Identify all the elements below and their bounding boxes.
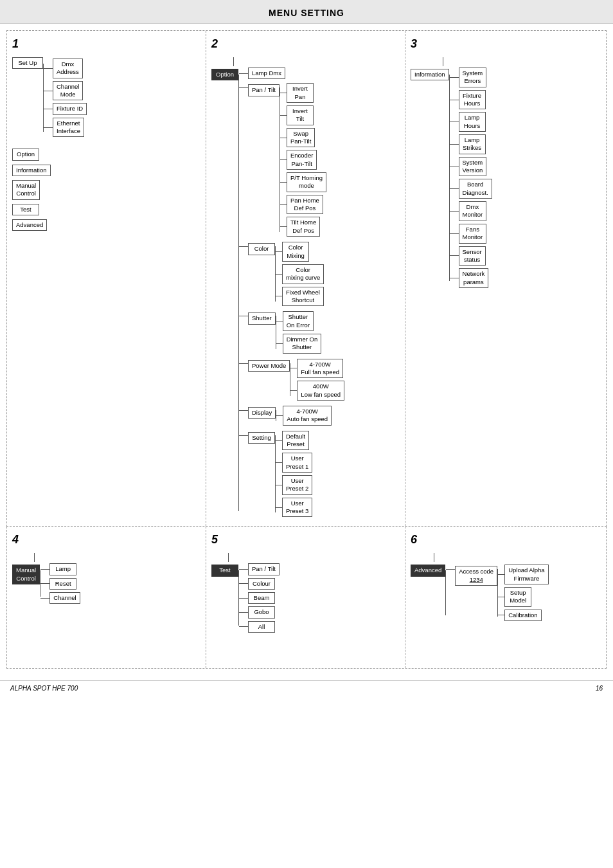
low-fan-node[interactable]: 400WLow fan speed bbox=[297, 381, 344, 401]
default-preset-node[interactable]: DefaultPreset bbox=[282, 431, 309, 451]
swap-node[interactable]: SwapPan-Tilt bbox=[287, 128, 315, 148]
user-preset3-node[interactable]: UserPreset 3 bbox=[282, 498, 312, 518]
s6-tree: Advanced Access code1234 bbox=[411, 562, 600, 624]
lamp-node-s4[interactable]: Lamp bbox=[49, 563, 76, 575]
fixed-wheel-node[interactable]: Fixed WheelShortcut bbox=[282, 287, 324, 307]
all-node-s5[interactable]: All bbox=[248, 621, 275, 633]
calibration-node[interactable]: Calibration bbox=[504, 610, 541, 621]
channel-node-s4[interactable]: Channel bbox=[49, 592, 80, 604]
auto-fan-row: 4-700WAuto fan speed bbox=[276, 406, 332, 426]
test-root-s5[interactable]: Test bbox=[211, 565, 238, 576]
user-preset1-node[interactable]: UserPreset 1 bbox=[282, 453, 312, 473]
pan-tilt-node-s5[interactable]: Pan / Tilt bbox=[248, 563, 280, 575]
sensor-status-node[interactable]: Sensorstatus bbox=[459, 246, 486, 266]
top-row: 1 Set Up DmxAddress bbox=[6, 30, 607, 527]
manual-control-node-s1[interactable]: ManualControl bbox=[12, 180, 40, 200]
option-root-s2[interactable]: Option bbox=[211, 69, 238, 80]
color-node[interactable]: Color bbox=[248, 243, 275, 255]
user-preset2-node[interactable]: UserPreset 2 bbox=[282, 475, 312, 495]
setup-connector: DmxAddress ChannelMode Fixture ID E bbox=[43, 57, 87, 138]
information-root-s3[interactable]: Information bbox=[411, 69, 449, 80]
s2-tree: Option Lamp Dmx bbox=[211, 66, 400, 520]
page-title: MENU SETTING bbox=[269, 8, 344, 18]
dimmer-on-node[interactable]: Dimmer OnShutter bbox=[283, 334, 322, 354]
tilt-home-row: Tilt HomeDef Pos bbox=[280, 217, 326, 237]
colour-node-s5[interactable]: Colour bbox=[248, 578, 275, 590]
fixed-wheel-row: Fixed WheelShortcut bbox=[276, 287, 324, 307]
tilt-home-node[interactable]: Tilt HomeDef Pos bbox=[287, 217, 320, 237]
system-version-node[interactable]: SystemVersion bbox=[459, 157, 487, 177]
fixture-id-node[interactable]: Fixture ID bbox=[53, 103, 87, 114]
setting-node[interactable]: Setting bbox=[248, 432, 275, 444]
pt-homing-node[interactable]: P/T Homingmode bbox=[287, 172, 326, 192]
full-fan-node[interactable]: 4-700WFull fan speed bbox=[297, 359, 343, 379]
option-node-s1[interactable]: Option bbox=[12, 149, 39, 160]
user-preset2-row: UserPreset 2 bbox=[276, 475, 312, 495]
ethernet-row: EthernetInterface bbox=[44, 118, 87, 138]
shutter-on-error-node[interactable]: ShutterOn Error bbox=[283, 311, 314, 331]
dmx-monitor-node[interactable]: DmxMonitor bbox=[459, 201, 487, 221]
color-mixing-curve-row: Colormixing curve bbox=[276, 264, 324, 284]
swap-row: SwapPan-Tilt bbox=[280, 128, 326, 148]
auto-fan-node[interactable]: 4-700WAuto fan speed bbox=[283, 406, 332, 426]
advanced-node-s1[interactable]: Advanced bbox=[12, 219, 47, 231]
channel-mode-node[interactable]: ChannelMode bbox=[53, 81, 83, 101]
section-2-number: 2 bbox=[211, 37, 400, 51]
system-errors-node[interactable]: SystemErrors bbox=[459, 68, 487, 87]
dmx-address-node[interactable]: DmxAddress bbox=[53, 59, 83, 78]
setup-node[interactable]: Set Up bbox=[12, 57, 43, 69]
fans-monitor-node[interactable]: FansMonitor bbox=[459, 224, 487, 244]
ethernet-node[interactable]: EthernetInterface bbox=[53, 118, 84, 138]
bottom-row: 4 ManualControl Lamp bbox=[6, 527, 607, 669]
fixture-hours-node[interactable]: FixtureHours bbox=[459, 90, 486, 110]
lamp-dmx-row: Lamp Dmx bbox=[239, 68, 344, 79]
access-code-node[interactable]: Access code1234 bbox=[455, 566, 497, 586]
gobo-node-s5[interactable]: Gobo bbox=[248, 606, 275, 618]
reset-node-s4[interactable]: Reset bbox=[49, 578, 76, 590]
brand-label: ALPHA SPOT HPE 700 bbox=[10, 685, 78, 692]
pan-tilt-node[interactable]: Pan / Tilt bbox=[248, 84, 280, 96]
invert-tilt-node[interactable]: InvertTilt bbox=[287, 105, 314, 125]
lamp-hours-node[interactable]: LampHours bbox=[459, 112, 486, 132]
setup-model-node[interactable]: SetupModel bbox=[504, 587, 531, 607]
section-2: 2 Option bbox=[206, 31, 405, 526]
calibration-row: Calibration bbox=[498, 610, 549, 621]
dmx-address-row: DmxAddress bbox=[44, 59, 87, 78]
beam-node-s5[interactable]: Beam bbox=[248, 592, 275, 604]
low-fan-row: 400WLow fan speed bbox=[290, 381, 344, 401]
advanced-root-s6[interactable]: Advanced bbox=[411, 565, 445, 576]
user-preset3-row: UserPreset 3 bbox=[276, 498, 312, 518]
display-node[interactable]: Display bbox=[248, 407, 276, 419]
power-mode-node[interactable]: Power Mode bbox=[248, 360, 290, 372]
board-diagnost-node[interactable]: BoardDiagnost. bbox=[459, 179, 492, 199]
upload-alpha-node[interactable]: Upload AlphaFirmware bbox=[504, 565, 549, 584]
invert-tilt-row: InvertTilt bbox=[280, 105, 326, 125]
network-params-node[interactable]: Networkparams bbox=[459, 268, 489, 288]
lamp-strikes-node[interactable]: LampStrikes bbox=[459, 134, 486, 154]
pan-home-row: Pan HomeDef Pos bbox=[280, 195, 326, 215]
section-4-number: 4 bbox=[12, 533, 200, 547]
color-mixing-row: ColorMixing bbox=[276, 242, 324, 262]
color-mixing-node[interactable]: ColorMixing bbox=[282, 242, 309, 262]
setting-row: Setting DefaultPr bbox=[239, 429, 344, 519]
s3-tree: Information SystemErrors bbox=[411, 66, 600, 289]
s4-tree: ManualControl Lamp bbox=[12, 562, 200, 605]
invert-pan-node[interactable]: InvertPan bbox=[287, 83, 314, 103]
section-1: 1 Set Up DmxAddress bbox=[7, 31, 206, 526]
lamp-dmx-node[interactable]: Lamp Dmx bbox=[248, 68, 285, 79]
section-5-number: 5 bbox=[211, 533, 400, 547]
channel-mode-row: ChannelMode bbox=[44, 81, 87, 101]
encoder-node[interactable]: EncoderPan-Tilt bbox=[287, 150, 317, 170]
section-1-number: 1 bbox=[12, 37, 200, 51]
section-5: 5 Test Pan / Tilt bbox=[206, 527, 405, 668]
main-content: 1 Set Up DmxAddress bbox=[0, 24, 613, 675]
shutter-node[interactable]: Shutter bbox=[248, 312, 276, 324]
setup-model-row: SetupModel bbox=[498, 587, 549, 607]
pan-home-node[interactable]: Pan HomeDef Pos bbox=[287, 195, 323, 215]
color-mixing-curve-node[interactable]: Colormixing curve bbox=[282, 264, 324, 284]
test-node-s1[interactable]: Test bbox=[12, 204, 39, 215]
shutter-on-error-row: ShutterOn Error bbox=[276, 311, 322, 331]
information-node-s1[interactable]: Information bbox=[12, 165, 51, 176]
manual-control-root-s4[interactable]: ManualControl bbox=[12, 565, 40, 584]
full-fan-row: 4-700WFull fan speed bbox=[290, 359, 344, 379]
